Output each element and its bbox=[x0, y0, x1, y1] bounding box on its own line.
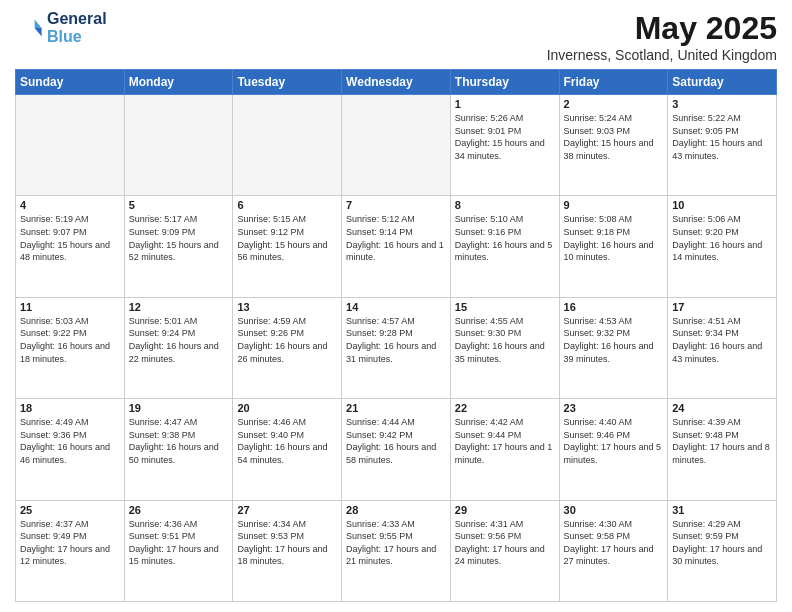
day-cell-0-6: 3Sunrise: 5:22 AM Sunset: 9:05 PM Daylig… bbox=[668, 95, 777, 196]
day-cell-4-4: 29Sunrise: 4:31 AM Sunset: 9:56 PM Dayli… bbox=[450, 500, 559, 601]
day-cell-0-4: 1Sunrise: 5:26 AM Sunset: 9:01 PM Daylig… bbox=[450, 95, 559, 196]
day-number: 23 bbox=[564, 402, 664, 414]
day-number: 25 bbox=[20, 504, 120, 516]
day-info: Sunrise: 4:47 AM Sunset: 9:38 PM Dayligh… bbox=[129, 416, 229, 466]
day-number: 29 bbox=[455, 504, 555, 516]
day-cell-2-2: 13Sunrise: 4:59 AM Sunset: 9:26 PM Dayli… bbox=[233, 297, 342, 398]
day-number: 30 bbox=[564, 504, 664, 516]
day-cell-3-2: 20Sunrise: 4:46 AM Sunset: 9:40 PM Dayli… bbox=[233, 399, 342, 500]
day-number: 7 bbox=[346, 199, 446, 211]
day-cell-4-2: 27Sunrise: 4:34 AM Sunset: 9:53 PM Dayli… bbox=[233, 500, 342, 601]
day-cell-2-4: 15Sunrise: 4:55 AM Sunset: 9:30 PM Dayli… bbox=[450, 297, 559, 398]
logo: General Blue bbox=[15, 10, 107, 45]
day-info: Sunrise: 4:49 AM Sunset: 9:36 PM Dayligh… bbox=[20, 416, 120, 466]
col-monday: Monday bbox=[124, 70, 233, 95]
day-info: Sunrise: 4:57 AM Sunset: 9:28 PM Dayligh… bbox=[346, 315, 446, 365]
day-cell-4-3: 28Sunrise: 4:33 AM Sunset: 9:55 PM Dayli… bbox=[342, 500, 451, 601]
day-cell-0-3 bbox=[342, 95, 451, 196]
day-number: 9 bbox=[564, 199, 664, 211]
day-info: Sunrise: 5:19 AM Sunset: 9:07 PM Dayligh… bbox=[20, 213, 120, 263]
calendar-header-row: Sunday Monday Tuesday Wednesday Thursday… bbox=[16, 70, 777, 95]
day-cell-4-1: 26Sunrise: 4:36 AM Sunset: 9:51 PM Dayli… bbox=[124, 500, 233, 601]
day-cell-1-1: 5Sunrise: 5:17 AM Sunset: 9:09 PM Daylig… bbox=[124, 196, 233, 297]
day-cell-1-5: 9Sunrise: 5:08 AM Sunset: 9:18 PM Daylig… bbox=[559, 196, 668, 297]
day-info: Sunrise: 4:42 AM Sunset: 9:44 PM Dayligh… bbox=[455, 416, 555, 466]
day-info: Sunrise: 4:30 AM Sunset: 9:58 PM Dayligh… bbox=[564, 518, 664, 568]
day-info: Sunrise: 5:15 AM Sunset: 9:12 PM Dayligh… bbox=[237, 213, 337, 263]
header: General Blue May 2025 Inverness, Scotlan… bbox=[15, 10, 777, 63]
col-tuesday: Tuesday bbox=[233, 70, 342, 95]
day-info: Sunrise: 4:55 AM Sunset: 9:30 PM Dayligh… bbox=[455, 315, 555, 365]
day-info: Sunrise: 4:59 AM Sunset: 9:26 PM Dayligh… bbox=[237, 315, 337, 365]
day-number: 4 bbox=[20, 199, 120, 211]
day-number: 27 bbox=[237, 504, 337, 516]
day-number: 2 bbox=[564, 98, 664, 110]
day-cell-0-5: 2Sunrise: 5:24 AM Sunset: 9:03 PM Daylig… bbox=[559, 95, 668, 196]
day-number: 11 bbox=[20, 301, 120, 313]
day-cell-3-5: 23Sunrise: 4:40 AM Sunset: 9:46 PM Dayli… bbox=[559, 399, 668, 500]
day-cell-3-4: 22Sunrise: 4:42 AM Sunset: 9:44 PM Dayli… bbox=[450, 399, 559, 500]
day-cell-2-6: 17Sunrise: 4:51 AM Sunset: 9:34 PM Dayli… bbox=[668, 297, 777, 398]
day-number: 26 bbox=[129, 504, 229, 516]
col-thursday: Thursday bbox=[450, 70, 559, 95]
day-cell-0-1 bbox=[124, 95, 233, 196]
day-info: Sunrise: 5:22 AM Sunset: 9:05 PM Dayligh… bbox=[672, 112, 772, 162]
day-info: Sunrise: 4:34 AM Sunset: 9:53 PM Dayligh… bbox=[237, 518, 337, 568]
week-row-4: 18Sunrise: 4:49 AM Sunset: 9:36 PM Dayli… bbox=[16, 399, 777, 500]
day-cell-2-5: 16Sunrise: 4:53 AM Sunset: 9:32 PM Dayli… bbox=[559, 297, 668, 398]
day-cell-3-6: 24Sunrise: 4:39 AM Sunset: 9:48 PM Dayli… bbox=[668, 399, 777, 500]
day-number: 21 bbox=[346, 402, 446, 414]
day-info: Sunrise: 4:39 AM Sunset: 9:48 PM Dayligh… bbox=[672, 416, 772, 466]
day-info: Sunrise: 5:03 AM Sunset: 9:22 PM Dayligh… bbox=[20, 315, 120, 365]
day-cell-0-0 bbox=[16, 95, 125, 196]
day-cell-2-0: 11Sunrise: 5:03 AM Sunset: 9:22 PM Dayli… bbox=[16, 297, 125, 398]
day-info: Sunrise: 4:46 AM Sunset: 9:40 PM Dayligh… bbox=[237, 416, 337, 466]
day-info: Sunrise: 4:33 AM Sunset: 9:55 PM Dayligh… bbox=[346, 518, 446, 568]
day-info: Sunrise: 4:51 AM Sunset: 9:34 PM Dayligh… bbox=[672, 315, 772, 365]
col-sunday: Sunday bbox=[16, 70, 125, 95]
week-row-2: 4Sunrise: 5:19 AM Sunset: 9:07 PM Daylig… bbox=[16, 196, 777, 297]
day-info: Sunrise: 4:53 AM Sunset: 9:32 PM Dayligh… bbox=[564, 315, 664, 365]
day-number: 1 bbox=[455, 98, 555, 110]
day-number: 15 bbox=[455, 301, 555, 313]
page: General Blue May 2025 Inverness, Scotlan… bbox=[0, 0, 792, 612]
day-info: Sunrise: 4:40 AM Sunset: 9:46 PM Dayligh… bbox=[564, 416, 664, 466]
title-block: May 2025 Inverness, Scotland, United Kin… bbox=[547, 10, 777, 63]
day-number: 12 bbox=[129, 301, 229, 313]
day-info: Sunrise: 4:37 AM Sunset: 9:49 PM Dayligh… bbox=[20, 518, 120, 568]
day-info: Sunrise: 5:12 AM Sunset: 9:14 PM Dayligh… bbox=[346, 213, 446, 263]
day-info: Sunrise: 5:06 AM Sunset: 9:20 PM Dayligh… bbox=[672, 213, 772, 263]
day-info: Sunrise: 4:31 AM Sunset: 9:56 PM Dayligh… bbox=[455, 518, 555, 568]
day-info: Sunrise: 4:36 AM Sunset: 9:51 PM Dayligh… bbox=[129, 518, 229, 568]
calendar: Sunday Monday Tuesday Wednesday Thursday… bbox=[15, 69, 777, 602]
day-number: 24 bbox=[672, 402, 772, 414]
location: Inverness, Scotland, United Kingdom bbox=[547, 47, 777, 63]
day-cell-3-1: 19Sunrise: 4:47 AM Sunset: 9:38 PM Dayli… bbox=[124, 399, 233, 500]
day-cell-2-3: 14Sunrise: 4:57 AM Sunset: 9:28 PM Dayli… bbox=[342, 297, 451, 398]
day-cell-1-2: 6Sunrise: 5:15 AM Sunset: 9:12 PM Daylig… bbox=[233, 196, 342, 297]
day-info: Sunrise: 5:10 AM Sunset: 9:16 PM Dayligh… bbox=[455, 213, 555, 263]
month-title: May 2025 bbox=[547, 10, 777, 47]
day-number: 31 bbox=[672, 504, 772, 516]
day-cell-0-2 bbox=[233, 95, 342, 196]
day-number: 14 bbox=[346, 301, 446, 313]
day-number: 8 bbox=[455, 199, 555, 211]
day-cell-4-5: 30Sunrise: 4:30 AM Sunset: 9:58 PM Dayli… bbox=[559, 500, 668, 601]
day-info: Sunrise: 4:44 AM Sunset: 9:42 PM Dayligh… bbox=[346, 416, 446, 466]
day-number: 16 bbox=[564, 301, 664, 313]
week-row-5: 25Sunrise: 4:37 AM Sunset: 9:49 PM Dayli… bbox=[16, 500, 777, 601]
logo-text: General Blue bbox=[47, 10, 107, 45]
day-info: Sunrise: 5:17 AM Sunset: 9:09 PM Dayligh… bbox=[129, 213, 229, 263]
day-info: Sunrise: 5:24 AM Sunset: 9:03 PM Dayligh… bbox=[564, 112, 664, 162]
day-number: 13 bbox=[237, 301, 337, 313]
day-number: 19 bbox=[129, 402, 229, 414]
col-wednesday: Wednesday bbox=[342, 70, 451, 95]
day-cell-4-0: 25Sunrise: 4:37 AM Sunset: 9:49 PM Dayli… bbox=[16, 500, 125, 601]
day-cell-1-4: 8Sunrise: 5:10 AM Sunset: 9:16 PM Daylig… bbox=[450, 196, 559, 297]
day-cell-1-6: 10Sunrise: 5:06 AM Sunset: 9:20 PM Dayli… bbox=[668, 196, 777, 297]
day-number: 3 bbox=[672, 98, 772, 110]
day-number: 5 bbox=[129, 199, 229, 211]
day-cell-3-3: 21Sunrise: 4:44 AM Sunset: 9:42 PM Dayli… bbox=[342, 399, 451, 500]
day-cell-3-0: 18Sunrise: 4:49 AM Sunset: 9:36 PM Dayli… bbox=[16, 399, 125, 500]
logo-icon bbox=[15, 14, 43, 42]
